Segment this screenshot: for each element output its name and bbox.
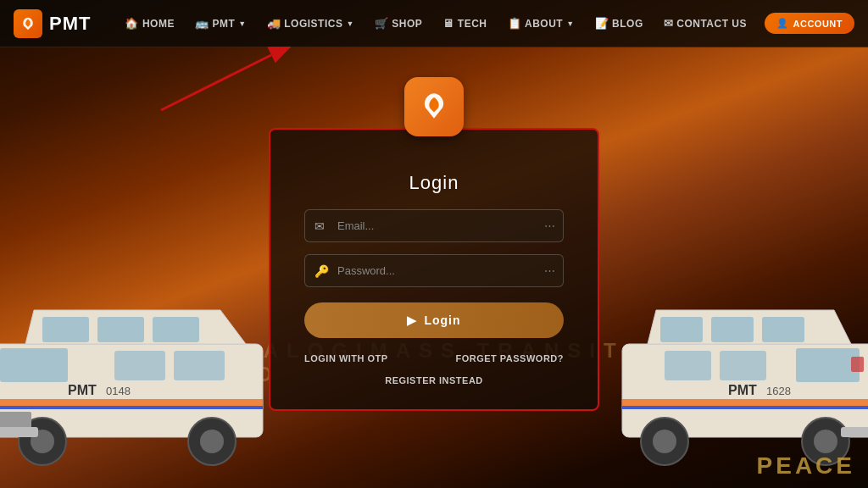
van-right: PMT 1628	[614, 276, 868, 471]
chevron-about-icon: ▼	[566, 19, 574, 28]
svg-rect-8	[0, 406, 263, 409]
nav-shop[interactable]: 🛒 SHOP	[366, 12, 431, 35]
svg-text:1628: 1628	[766, 385, 791, 397]
home-icon: 🏠	[125, 17, 139, 30]
bus-icon: 🚌	[195, 17, 209, 30]
nav-pmt[interactable]: 🚌 PMT ▼	[186, 12, 255, 35]
monitor-icon: 🖥	[442, 17, 454, 30]
arrow-annotation	[144, 47, 297, 114]
chevron-pmt-icon: ▼	[238, 19, 246, 28]
key-icon: 🔑	[314, 264, 329, 278]
brand[interactable]: PMT	[14, 9, 91, 38]
svg-rect-25	[622, 406, 868, 409]
password-toggle-icon[interactable]: ⋯	[544, 264, 555, 277]
register-link[interactable]: REGISTER INSTEAD	[385, 375, 483, 385]
navbar: PMT 🏠 HOME 🚌 PMT ▼ 🚚 LOGISTICS ▼ 🛒 SHOP …	[0, 0, 868, 47]
svg-rect-2	[97, 317, 144, 342]
svg-rect-7	[0, 399, 263, 406]
forget-password-link[interactable]: FORGET PASSWORD?	[455, 353, 564, 363]
otp-link[interactable]: LOGIN WITH OTP	[304, 353, 388, 363]
svg-rect-4	[114, 351, 165, 380]
email-group: ✉ ⋯	[304, 209, 564, 242]
login-links: LOGIN WITH OTP FORGET PASSWORD?	[304, 353, 564, 363]
svg-point-12	[200, 430, 224, 453]
account-icon: 👤	[776, 18, 789, 29]
svg-rect-22	[720, 351, 766, 380]
nav-blog[interactable]: 📝 BLOG	[587, 12, 652, 35]
nav-home[interactable]: 🏠 HOME	[116, 12, 183, 35]
login-card: Login ✉ ⋯ 🔑 ⋯ ▶ Login LOGIN WITH OTP FOR…	[269, 128, 599, 411]
svg-rect-13	[0, 412, 31, 429]
svg-rect-18	[660, 317, 703, 342]
svg-rect-6	[0, 348, 68, 382]
chevron-logistics-icon: ▼	[346, 19, 353, 28]
svg-rect-24	[622, 399, 868, 406]
svg-rect-21	[665, 351, 711, 380]
svg-rect-5	[174, 351, 225, 380]
svg-rect-3	[153, 317, 199, 342]
account-button[interactable]: 👤 ACCOUNT	[765, 13, 854, 34]
svg-rect-20	[762, 317, 804, 342]
svg-text:0148: 0148	[106, 385, 131, 397]
brand-name: PMT	[49, 13, 91, 35]
password-group: 🔑 ⋯	[304, 254, 564, 287]
login-btn-icon: ▶	[407, 313, 417, 327]
watermark: PEACE	[757, 452, 855, 480]
van-left: PMT 0148	[0, 276, 288, 471]
login-button[interactable]: ▶ Login	[304, 302, 564, 338]
login-wrapper: Login ✉ ⋯ 🔑 ⋯ ▶ Login LOGIN WITH OTP FOR…	[269, 77, 599, 411]
brand-icon	[14, 9, 42, 38]
nav-about[interactable]: 📋 ABOUT ▼	[499, 12, 583, 35]
svg-rect-33	[841, 427, 868, 437]
nav-logistics[interactable]: 🚚 LOGISTICS ▼	[259, 12, 363, 35]
mail-icon: ✉	[664, 17, 674, 30]
svg-line-35	[161, 55, 271, 110]
email-toggle-icon[interactable]: ⋯	[544, 219, 555, 232]
svg-point-27	[653, 430, 676, 453]
blog-icon: 📝	[595, 17, 609, 30]
svg-rect-32	[851, 357, 864, 372]
truck-icon: 🚚	[267, 17, 281, 30]
svg-rect-1	[42, 317, 89, 342]
password-input[interactable]	[304, 254, 564, 287]
nav-tech[interactable]: 🖥 TECH	[434, 12, 495, 35]
clipboard-icon: 📋	[508, 17, 522, 30]
svg-rect-23	[796, 348, 860, 382]
svg-rect-19	[711, 317, 754, 342]
nav-links: 🏠 HOME 🚌 PMT ▼ 🚚 LOGISTICS ▼ 🛒 SHOP 🖥 TE…	[116, 12, 765, 35]
svg-point-29	[814, 430, 837, 453]
svg-text:PMT: PMT	[728, 383, 757, 397]
svg-text:PMT: PMT	[68, 383, 97, 397]
login-title: Login	[409, 172, 459, 194]
cart-icon: 🛒	[375, 17, 389, 30]
email-icon: ✉	[314, 219, 325, 233]
nav-contact[interactable]: ✉ CONTACT US	[655, 12, 755, 35]
logo-circle	[404, 77, 464, 136]
email-input[interactable]	[304, 209, 564, 242]
svg-rect-16	[0, 427, 38, 437]
